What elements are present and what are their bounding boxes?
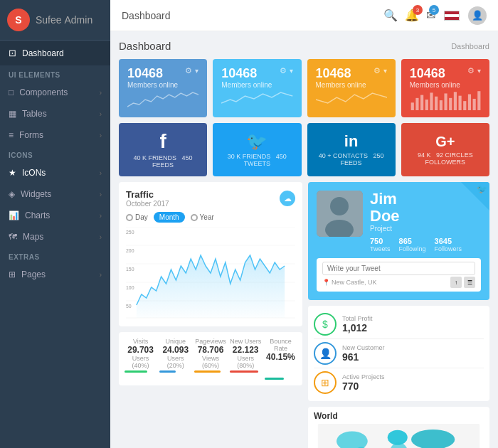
sidebar-app-name: Sufee Admin: [36, 14, 92, 26]
tables-icon: ▦: [9, 109, 16, 119]
world-card: World: [308, 407, 489, 448]
googleplus-icon: G+: [435, 134, 455, 149]
bar-new-users: [230, 370, 259, 373]
messages-icon[interactable]: ✉ 5: [426, 9, 435, 22]
sidebar-item-icons[interactable]: ★IcONs ›: [0, 162, 110, 183]
profile-avatar: [317, 191, 363, 237]
radio-day[interactable]: [126, 214, 133, 221]
dropdown-icon-2[interactable]: ▾: [383, 67, 387, 75]
maps-icon: 🗺: [9, 232, 17, 242]
twitter-stats: 30 K FRIENDS 450 TWEETS: [220, 153, 294, 167]
svg-rect-8: [449, 98, 452, 110]
sidebar-item-dashboard[interactable]: ⊡ Dashboard: [0, 41, 110, 65]
stats-header-row: Visits 29.703 Users (40%) Unique 24.093 …: [124, 338, 297, 380]
topbar-icons: 🔍 🔔 3 ✉ 5: [383, 9, 435, 22]
sidebar-item-forms[interactable]: ≡Forms ›: [0, 124, 110, 146]
linkedin-icon: in: [344, 134, 359, 149]
arrow-icon: ›: [100, 233, 102, 241]
svg-text:250: 250: [126, 230, 134, 235]
user-avatar[interactable]: 👤: [468, 6, 487, 25]
facebook-icon: f: [159, 132, 166, 151]
social-card-twitter: 🐦 30 K FRIENDS 450 TWEETS: [213, 123, 301, 176]
tweet-box: 📍 New Castle, UK ↑ ☰: [317, 258, 481, 292]
svg-rect-12: [468, 95, 471, 111]
tab-year[interactable]: Year: [191, 213, 214, 221]
sidebar-header: S Sufee Admin: [0, 0, 110, 41]
arrow-icon: ›: [100, 110, 102, 118]
tweet-input[interactable]: [322, 262, 475, 275]
chart-area: 250 200 150 100 50: [126, 227, 295, 319]
metric-profit-info: Total Profit 1,012: [342, 315, 373, 334]
sidebar-item-widgets[interactable]: ◈Widgets ›: [0, 183, 110, 205]
notification-icon[interactable]: 🔔 3: [405, 9, 419, 22]
left-bottom: Traffic October 2017 ☁ Day Month: [119, 182, 302, 448]
arrow-icon: ›: [100, 132, 102, 139]
sidebar: S Sufee Admin ⊡ Dashboard UI ELEMENTS □C…: [0, 0, 110, 448]
metric-customer-info: New Customer 961: [342, 344, 385, 363]
radio-year[interactable]: [191, 214, 198, 221]
dropdown-icon-3[interactable]: ▾: [477, 67, 481, 75]
sidebar-item-tables[interactable]: ▦Tables ›: [0, 103, 110, 124]
customer-label: New Customer: [342, 344, 385, 351]
language-flag[interactable]: [444, 11, 460, 21]
metric-projects: ⊞ Active Projects 770: [314, 368, 484, 397]
arrow-icon: ›: [100, 89, 102, 97]
svg-rect-2: [420, 95, 423, 110]
sidebar-section-extras: EXTRAS: [0, 247, 110, 264]
right-side: 🐦 JimDoe Project: [308, 182, 489, 448]
stat-label-3: Members online: [410, 81, 460, 89]
notification-badge: 3: [413, 5, 423, 15]
traffic-card: Traffic October 2017 ☁ Day Month: [119, 182, 302, 326]
social-cards-row: f 40 K FRIENDS 450 FEEDS 🐦 30 K FRIENDS …: [119, 123, 489, 176]
profile-card: 🐦 JimDoe Project: [308, 182, 489, 300]
tweet-action-1[interactable]: ↑: [450, 277, 462, 288]
sidebar-item-components[interactable]: □Components ›: [0, 82, 110, 103]
profile-name: JimDoe: [370, 191, 462, 225]
cloud-upload-icon[interactable]: ☁: [280, 191, 295, 206]
customer-icon: 👤: [314, 342, 337, 365]
col-new-users: New Users 22.123 Users (80%): [230, 338, 262, 380]
arrow-icon: ›: [100, 212, 102, 220]
profile-stat-following: 865 Following: [399, 237, 426, 252]
stat-card-2: 10468 Members online ⚙ ▾: [307, 59, 396, 117]
metrics-card: $ Total Profit 1,012 👤 New Customer 961: [308, 306, 489, 401]
metric-projects-info: Active Projects 770: [342, 373, 385, 392]
svg-text:150: 150: [126, 267, 134, 272]
followers-count: 3645: [435, 237, 462, 245]
topbar-right: 🔍 🔔 3 ✉ 5 👤: [383, 6, 487, 25]
profile-text: JimDoe Project 750 Tweets 865 Following: [370, 191, 462, 252]
bar-visits: [124, 370, 147, 373]
profile-stats: 750 Tweets 865 Following 3645 Followers: [370, 237, 462, 252]
arrow-icon: ›: [100, 271, 102, 279]
sidebar-item-charts[interactable]: 📊Charts ›: [0, 205, 110, 226]
gear-icon-2[interactable]: ⚙: [374, 66, 381, 75]
dropdown-icon-0[interactable]: ▾: [195, 67, 198, 75]
sidebar-item-maps[interactable]: 🗺Maps ›: [0, 226, 110, 247]
gear-icon-1[interactable]: ⚙: [280, 66, 287, 75]
bar-unique: [159, 370, 176, 373]
pages-icon: ⊞: [9, 270, 16, 279]
metric-customer: 👤 New Customer 961: [314, 339, 484, 368]
svg-rect-11: [463, 101, 466, 110]
sidebar-item-pages[interactable]: ⊞Pages ›: [0, 264, 110, 285]
svg-rect-7: [444, 93, 447, 110]
page-title: Dashboard: [119, 40, 171, 52]
stat-label-0: Members online: [127, 81, 178, 89]
projects-value: 770: [342, 380, 385, 392]
gear-icon-3[interactable]: ⚙: [467, 66, 475, 75]
dropdown-icon-1[interactable]: ▾: [290, 67, 293, 75]
dashboard-icon: ⊡: [9, 48, 16, 58]
stat-card-0: 10468 Members online ⚙ ▾: [119, 59, 207, 117]
projects-label: Active Projects: [342, 373, 385, 380]
messages-badge: 5: [429, 5, 439, 15]
search-icon[interactable]: 🔍: [383, 9, 398, 22]
breadcrumb: Dashboard Dashboard: [119, 40, 489, 52]
gear-icon-0[interactable]: ⚙: [185, 66, 192, 75]
profile-role: Project: [370, 225, 462, 233]
following-label: Following: [399, 245, 426, 252]
tab-day[interactable]: Day: [126, 213, 148, 221]
tab-month[interactable]: Month: [154, 212, 185, 223]
tweet-action-2[interactable]: ☰: [464, 277, 475, 288]
stat-number-1: 10468: [221, 66, 272, 81]
traffic-date: October 2017: [126, 200, 169, 208]
